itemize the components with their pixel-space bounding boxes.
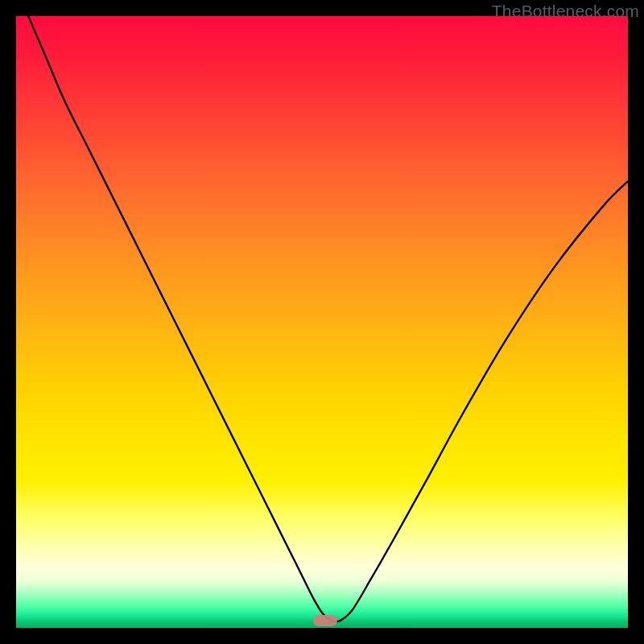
bottleneck-curve — [16, 16, 628, 628]
plot-area — [16, 16, 628, 628]
watermark-text: TheBottleneck.com — [492, 2, 639, 21]
chart-frame: TheBottleneck.com — [0, 0, 644, 644]
bottleneck-minimum-marker — [313, 615, 337, 626]
